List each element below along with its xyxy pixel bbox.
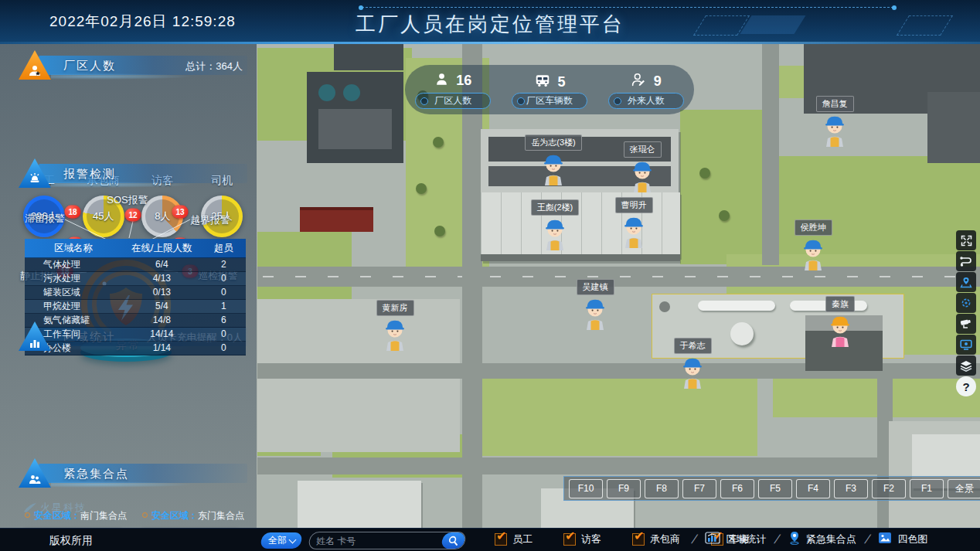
region-table: 区域名称 在线/上限人数 超员 气体处理 6/4 2污水处理 4/13 0罐装区… xyxy=(25,239,246,355)
table-row-1[interactable]: 污水处理 4/13 0 xyxy=(25,272,246,286)
worker-avatar-icon xyxy=(541,151,566,186)
pin-icon xyxy=(788,531,801,547)
camera-icon[interactable] xyxy=(956,314,976,334)
table-row-3[interactable]: 甲烷处理 5/4 1 xyxy=(25,300,246,314)
map-stat-0: 16 厂区人数 xyxy=(405,65,502,114)
floor-button-F9[interactable]: F9 xyxy=(607,479,641,498)
stat-label-pill[interactable]: 外来人数 xyxy=(608,93,684,109)
bottom-link-2[interactable]: 四色图 xyxy=(878,532,927,546)
table-row-0[interactable]: 气体处理 6/4 2 xyxy=(25,258,246,272)
map-worker-9[interactable]: 秦旗 xyxy=(805,296,875,348)
filter-checkbox-2[interactable]: 承包商 xyxy=(632,532,680,546)
floor-selector: F10F9F8F7F6F5F4F3F2F1全景 xyxy=(563,476,980,501)
floor-button-F2[interactable]: F2 xyxy=(872,479,906,498)
crosshair-icon[interactable] xyxy=(956,293,976,313)
map-worker-5[interactable]: 侯胜坤 xyxy=(778,219,848,271)
bottom-link-1[interactable]: 紧急集合点 xyxy=(788,531,856,547)
map-worker-3[interactable]: 王彪(2楼) xyxy=(520,199,590,251)
copyright-text: 版权所用 xyxy=(49,534,93,548)
link-label: 四色图 xyxy=(897,532,927,546)
floor-button-F8[interactable]: F8 xyxy=(645,479,679,498)
chevron-down-icon xyxy=(288,536,296,543)
map-worker-2[interactable]: 张琨仑 xyxy=(607,141,677,193)
floor-button-F7[interactable]: F7 xyxy=(682,479,716,498)
worker-avatar-icon xyxy=(630,158,655,193)
cell-online: 1/14 xyxy=(122,342,202,355)
table-row-4[interactable]: 氨气储藏罐 14/8 6 xyxy=(25,314,246,328)
map-worker-4[interactable]: 曹明升 xyxy=(599,197,669,249)
cell-region: 罐装区域 xyxy=(25,286,122,299)
bottom-link-0[interactable]: 区域统计 xyxy=(705,532,766,546)
checkbox-label: 员工 xyxy=(512,532,533,546)
floor-button-F6[interactable]: F6 xyxy=(720,479,754,498)
worker-avatar-icon xyxy=(822,113,847,148)
region-rows: 气体处理 6/4 2污水处理 4/13 0罐装区域 0/13 0甲烷处理 5/4… xyxy=(25,258,246,355)
worker-avatar-icon xyxy=(621,214,646,249)
search-icon xyxy=(447,536,459,546)
stat-label-pill[interactable]: 厂区人数 xyxy=(415,93,491,109)
worker-avatar-icon xyxy=(383,317,407,352)
help-icon[interactable]: ? xyxy=(956,376,976,396)
filter-checkbox-1[interactable]: 访客 xyxy=(563,532,601,546)
checkbox-label: 访客 xyxy=(581,532,601,546)
region-table-header: 区域名称 在线/上限人数 超员 xyxy=(25,239,246,258)
cell-region: 污水处理 xyxy=(25,272,122,285)
floor-button-F3[interactable]: F3 xyxy=(834,479,868,498)
left-sidebar: 厂区人数 总计：364人 员工 286人承包商 45人访客 8人司机 25人 报… xyxy=(0,44,257,528)
cell-over: 6 xyxy=(202,314,246,327)
search-box xyxy=(308,532,467,549)
table-row-5[interactable]: 工作车间 14/14 0 xyxy=(25,328,246,342)
alarm-label-2: 越界报警 xyxy=(190,213,230,227)
bottom-bar: 版权所用 全部 员工访客承包商车辆 /区域统计/紧急集合点/四色图 xyxy=(0,528,980,551)
bus-icon xyxy=(534,72,551,92)
floor-button-F1[interactable]: F1 xyxy=(910,479,944,498)
map-worker-6[interactable]: 吴建镇 xyxy=(560,279,630,331)
fullscreen-icon[interactable] xyxy=(956,230,976,250)
table-row-2[interactable]: 罐装区域 0/13 0 xyxy=(25,286,246,300)
map-worker-0[interactable]: 詹昌复 xyxy=(800,96,869,148)
col-region-name: 区域名称 xyxy=(25,239,122,257)
visitor-icon xyxy=(631,72,647,91)
search-button[interactable] xyxy=(441,532,466,549)
map-worker-8[interactable]: 于希志 xyxy=(658,338,727,389)
cell-online: 14/14 xyxy=(122,328,202,341)
filter-all-dropdown[interactable]: 全部 xyxy=(260,532,303,549)
checkbox-label: 承包商 xyxy=(650,532,680,546)
search-input[interactable] xyxy=(310,536,442,546)
route-icon[interactable] xyxy=(956,251,976,271)
cell-online: 0/13 xyxy=(122,286,202,299)
worker-name-tag: 黄新房 xyxy=(376,300,414,316)
filter-checkbox-0[interactable]: 员工 xyxy=(495,532,533,546)
cell-online: 6/4 xyxy=(122,258,202,271)
cell-online: 4/13 xyxy=(122,272,202,285)
page-title: 工厂人员在岗定位管理平台 xyxy=(0,11,980,38)
table-row-6[interactable]: 办公楼 1/14 0 xyxy=(25,342,246,355)
floor-button-全景[interactable]: 全景 xyxy=(948,479,980,498)
worker-name-tag: 岳为志(3楼) xyxy=(525,134,581,151)
point-name: 南门集合点 xyxy=(80,510,127,521)
floor-button-F4[interactable]: F4 xyxy=(796,479,830,498)
stat-label-pill[interactable]: 厂区车辆数 xyxy=(512,93,587,109)
col-online-limit: 在线/上限人数 xyxy=(122,239,202,257)
layers-icon[interactable] xyxy=(956,355,976,376)
personnel-total-label: 总计： xyxy=(185,60,216,72)
cell-over: 0 xyxy=(202,342,246,355)
cell-online: 14/8 xyxy=(122,314,202,327)
monitor-icon[interactable] xyxy=(956,335,976,355)
worker-name-tag: 王彪(2楼) xyxy=(531,199,579,216)
worker-avatar-icon xyxy=(828,313,852,348)
checkbox-checked-icon xyxy=(632,533,645,546)
personnel-total: 总计：364人 xyxy=(185,60,243,73)
stat-value: 9 xyxy=(654,73,662,90)
cell-region: 甲烷处理 xyxy=(25,300,122,313)
map-worker-1[interactable]: 岳为志(3楼) xyxy=(519,134,588,186)
floor-button-F5[interactable]: F5 xyxy=(758,479,792,498)
map-worker-7[interactable]: 黄新房 xyxy=(360,300,430,352)
point-name: 东门集合点 xyxy=(198,510,244,521)
worker-avatar-icon xyxy=(543,216,567,251)
header-edge-glow xyxy=(0,42,980,44)
locate-icon[interactable] xyxy=(956,272,976,292)
map-stats-overlay: 16 厂区人数5 厂区车辆数9 外来人数 xyxy=(405,65,694,114)
floor-button-F10[interactable]: F10 xyxy=(569,479,603,498)
cell-over: 0 xyxy=(202,272,246,285)
